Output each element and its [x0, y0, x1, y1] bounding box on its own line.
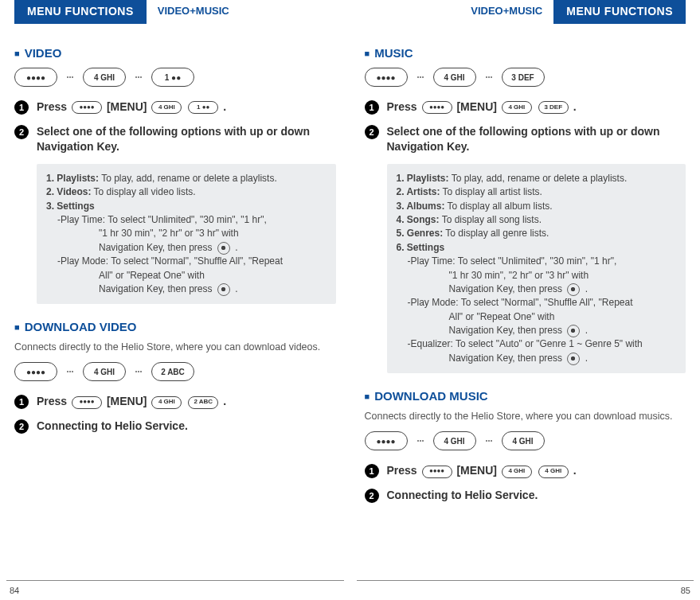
- dash-icon: [135, 371, 142, 372]
- opt-label: 1. Playlists:: [397, 173, 449, 184]
- section-title-video: VIDEO: [14, 46, 336, 60]
- step-1-dlmusic: 1 Press ●●●● [MENU] 4 GHI 4 GHI .: [365, 463, 686, 478]
- step-num-icon: 1: [365, 464, 379, 478]
- chapter-label: VIDEO+MUSIC: [471, 0, 553, 17]
- opt-sub-label: -Equalizer:: [408, 338, 453, 349]
- options-video: 1. Playlists: To play, add, rename or de…: [37, 164, 336, 305]
- key-1-inline: 1 ●●: [188, 101, 218, 114]
- key-nav: ●●●●: [14, 362, 57, 381]
- opt-text: To display all genre lists.: [443, 228, 549, 239]
- key-4-inline: 4 GHI: [151, 396, 182, 409]
- step-1-video: 1 Press ●●●● [MENU] 4 GHI 1 ●● .: [14, 99, 336, 115]
- dash-icon: [486, 76, 492, 78]
- opt-sub-label: -Play Mode:: [57, 255, 108, 267]
- opt-text: To display all song lists.: [440, 214, 542, 225]
- opt-text: To select "Unlimited", "30 min", "1 hr",: [456, 255, 617, 267]
- step-num-icon: 2: [14, 419, 29, 434]
- key-nav: ●●●●: [14, 68, 57, 87]
- step-num-icon: 2: [14, 125, 29, 139]
- key-nav-inline: ●●●●: [72, 396, 102, 409]
- opt-text: "1 hr 30 min", "2 hr" or "3 hr" with: [99, 228, 239, 239]
- step-text: .: [573, 100, 577, 113]
- key-sequence-music: ●●●● 4 GHI 3 DEF: [365, 68, 686, 87]
- dash-icon: [417, 76, 424, 78]
- step-num-icon: 1: [14, 100, 29, 115]
- opt-text: To select "Normal", "Shuffle All", "Repe…: [108, 255, 283, 267]
- step-2-music: 2 Select one of the following options wi…: [365, 124, 686, 154]
- step-1-music: 1 Press ●●●● [MENU] 4 GHI 3 DEF .: [365, 99, 686, 115]
- key-4: 4 GHI: [433, 68, 476, 87]
- opt-text: To display all video lists.: [91, 186, 195, 197]
- step-text: Select one of the following options with…: [37, 124, 336, 154]
- key-4b: 4 GHI: [502, 431, 545, 450]
- opt-text: "1 hr 30 min", "2 hr" or "3 hr" with: [449, 270, 589, 281]
- opt-label: 3. Settings: [46, 201, 95, 212]
- opt-text: All" or "Repeat One" with: [99, 270, 205, 281]
- key-4: 4 GHI: [83, 68, 126, 87]
- opt-text: Navigation Key, then press: [449, 353, 565, 364]
- step-text: .: [223, 395, 226, 407]
- key-sequence-dlvideo: ●●●● 4 GHI 2 ABC: [14, 362, 336, 381]
- key-2: 2 ABC: [151, 362, 194, 381]
- dash-icon: [135, 76, 142, 78]
- opt-sub-label: -Play Mode:: [408, 297, 459, 308]
- opt-label: 5. Genres:: [397, 228, 444, 239]
- key-4-inline: 4 GHI: [502, 466, 532, 478]
- key-3-inline: 3 DEF: [538, 101, 569, 114]
- ok-icon: ⏺: [567, 283, 580, 296]
- step-text: Connecting to Helio Service.: [37, 419, 188, 434]
- page-number: 85: [681, 586, 690, 595]
- section-subtext: Connects directly to the Helio Store, wh…: [365, 411, 686, 422]
- opt-text: To select "Normal", "Shuffle All", "Repe…: [459, 297, 633, 308]
- tab-menu-functions: MENU FUNCTIONS: [553, 0, 686, 24]
- opt-label: 2. Videos:: [46, 186, 91, 197]
- key-sequence-dlmusic: ●●●● 4 GHI 4 GHI: [365, 431, 686, 450]
- section-subtext: Connects directly to the Helio Store, wh…: [14, 341, 336, 353]
- opt-label: 3. Albums:: [397, 201, 445, 212]
- step-text: Press: [387, 464, 417, 477]
- key-nav-inline: ●●●●: [422, 101, 452, 114]
- key-4b-inline: 4 GHI: [538, 466, 569, 478]
- key-nav-inline: ●●●●: [72, 101, 102, 114]
- step-num-icon: 1: [365, 100, 379, 115]
- key-nav: ●●●●: [365, 431, 408, 450]
- opt-text: Navigation Key, then press: [449, 283, 565, 294]
- step-num-icon: 2: [365, 125, 379, 139]
- key-2-inline: 2 ABC: [188, 396, 218, 409]
- opt-label: 1. Playlists:: [46, 173, 99, 184]
- opt-text: To select "Unlimited", "30 min", "1 hr",: [105, 214, 267, 225]
- ok-icon: ⏺: [567, 353, 580, 365]
- page-divider: [6, 580, 344, 581]
- key-nav-inline: ●●●●: [422, 466, 452, 478]
- opt-label: 4. Songs:: [397, 214, 440, 225]
- step-2-video: 2 Select one of the following options wi…: [14, 124, 336, 154]
- section-title-music: MUSIC: [365, 46, 686, 60]
- step-text: Connecting to Helio Service.: [387, 488, 538, 503]
- key-sequence-video: ●●●● 4 GHI 1 ●●: [14, 68, 336, 87]
- step-num-icon: 1: [14, 395, 29, 409]
- opt-sub-label: -Play Time:: [57, 214, 105, 225]
- opt-text: To display all album lists.: [444, 201, 552, 212]
- opt-text: Navigation Key, then press: [449, 325, 565, 336]
- opt-label: 6. Settings: [397, 242, 445, 253]
- tab-menu-functions: MENU FUNCTIONS: [14, 0, 147, 24]
- ok-icon: ⏺: [217, 283, 230, 296]
- options-music: 1. Playlists: To play, add, rename or de…: [387, 164, 686, 373]
- header-left: MENU FUNCTIONS VIDEO+MUSIC: [14, 0, 336, 24]
- page-divider: [357, 580, 694, 581]
- dash-icon: [67, 76, 73, 78]
- step-text: [MENU]: [456, 100, 497, 113]
- opt-text: Navigation Key, then press: [99, 242, 215, 253]
- opt-text: All" or "Repeat One" with: [449, 311, 555, 322]
- step-text: .: [223, 100, 226, 113]
- step-text: .: [573, 464, 577, 477]
- key-4: 4 GHI: [433, 431, 476, 450]
- key-3: 3 DEF: [502, 68, 545, 87]
- section-title-dlvideo: DOWNLOAD VIDEO: [14, 320, 336, 333]
- page-number: 84: [10, 586, 19, 595]
- step-text: [MENU]: [107, 100, 147, 113]
- dash-icon: [486, 440, 492, 442]
- key-1: 1 ●●: [151, 68, 194, 87]
- step-text: Press: [37, 100, 67, 113]
- step-text: Select one of the following options with…: [387, 124, 686, 154]
